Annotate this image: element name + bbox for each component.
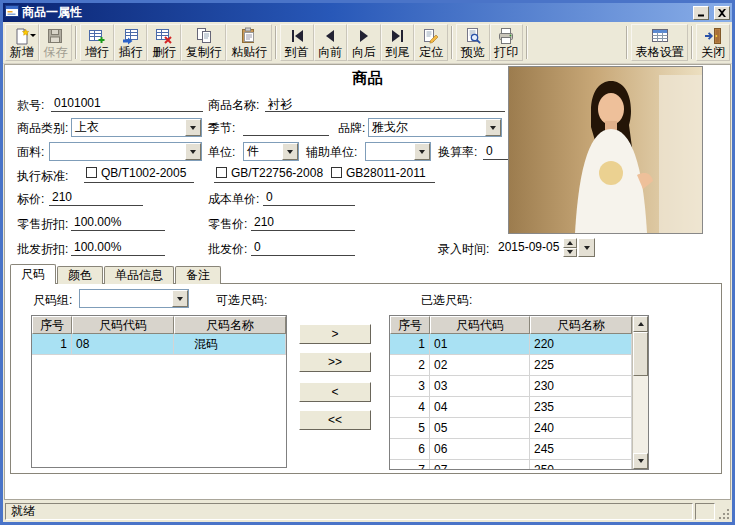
table-row[interactable]: 3 03 230 <box>390 376 648 397</box>
entry-time-label: 录入时间: <box>438 242 489 257</box>
next-button[interactable]: 向后 <box>347 24 381 61</box>
tab-size[interactable]: 尺码 <box>10 264 56 284</box>
toolbar-spacer <box>531 23 623 62</box>
chevron-down-icon[interactable] <box>414 143 430 160</box>
checkbox-icon <box>216 167 227 178</box>
product-name-field[interactable]: 衬衫 <box>265 94 505 112</box>
column-header-name[interactable]: 尺码名称 <box>530 316 632 334</box>
copy-row-icon <box>195 27 213 45</box>
brand-combo[interactable]: 雅戈尔 <box>368 118 502 137</box>
add-row-button[interactable]: 增行 <box>80 24 114 61</box>
toolbar-separator <box>451 26 453 59</box>
insert-row-button[interactable]: 插行 <box>114 24 148 61</box>
titlebar[interactable]: 商品一属性 <box>3 3 732 22</box>
aux-unit-combo[interactable] <box>365 142 431 161</box>
minimize-button[interactable] <box>693 6 709 20</box>
chevron-down-icon[interactable] <box>185 119 201 136</box>
style-no-field[interactable]: 0101001 <box>51 94 203 112</box>
chevron-down-icon[interactable] <box>485 119 501 136</box>
move-all-left-button[interactable]: << <box>299 410 371 430</box>
delete-row-button[interactable]: 删行 <box>147 24 181 61</box>
column-header-no[interactable]: 序号 <box>32 316 72 334</box>
new-button[interactable]: 新增 <box>5 24 39 61</box>
season-label: 季节: <box>208 121 235 136</box>
table-row[interactable]: 5 05 240 <box>390 418 648 439</box>
preview-button[interactable]: 预览 <box>456 24 490 61</box>
print-button[interactable]: 打印 <box>490 24 524 61</box>
copy-row-button[interactable]: 复制行 <box>181 24 226 61</box>
new-dropdown-arrow <box>30 34 36 40</box>
tab-color[interactable]: 颜色 <box>57 266 103 284</box>
wholesale-price-field[interactable]: 0 <box>251 238 355 256</box>
move-right-button[interactable]: > <box>299 324 371 344</box>
fabric-combo[interactable] <box>49 142 202 161</box>
standard-checkbox-gb28011[interactable]: GB28011-2011 <box>329 165 435 183</box>
form-panel: 商品 款号: 0101001 商品名称: 衬衫 商品类别: 上衣 季节: 品牌:… <box>4 64 731 500</box>
entry-time-dropdown[interactable] <box>578 238 595 257</box>
scrollbar[interactable] <box>632 316 648 469</box>
list-price-label: 标价: <box>17 192 44 207</box>
size-group-combo[interactable] <box>79 289 189 308</box>
status-cell <box>695 503 715 520</box>
save-button[interactable]: 保存 <box>39 24 73 61</box>
status-message: 就绪 <box>5 503 693 520</box>
table-row[interactable]: 2 02 225 <box>390 355 648 376</box>
retail-price-field[interactable]: 210 <box>251 213 355 231</box>
wholesale-discount-field[interactable]: 100.00% <box>71 238 165 256</box>
toolbar-separator <box>691 26 693 59</box>
move-left-button[interactable]: < <box>299 382 371 402</box>
statusbar: 就绪 <box>3 500 732 522</box>
list-price-field[interactable]: 210 <box>49 188 143 206</box>
brand-label: 品牌: <box>338 121 365 136</box>
locate-button[interactable]: 定位 <box>414 24 448 61</box>
table-row[interactable]: 1 01 220 <box>390 334 648 355</box>
move-all-right-button[interactable]: >> <box>299 352 371 372</box>
first-button[interactable]: 到首 <box>280 24 314 61</box>
table-settings-icon <box>651 27 669 45</box>
resize-grip[interactable] <box>717 503 730 520</box>
tab-item-info[interactable]: 单品信息 <box>104 266 174 284</box>
scrollbar-thumb[interactable] <box>633 332 648 376</box>
paste-row-button[interactable]: 粘贴行 <box>226 24 271 61</box>
category-label: 商品类别: <box>17 121 68 136</box>
entry-time-field[interactable]: 2015-09-05 <box>495 238 561 256</box>
scroll-down-icon[interactable] <box>633 453 648 469</box>
tab-remarks[interactable]: 备注 <box>175 266 221 284</box>
selected-sizes-label: 已选尺码: <box>421 293 472 308</box>
available-sizes-table: 序号 尺码代码 尺码名称 1 08 混码 <box>31 315 287 468</box>
toolbar: 新增 保存 增行 插行 删行 复制行 粘贴行 到首 <box>3 22 732 64</box>
scroll-up-icon[interactable] <box>633 316 648 332</box>
column-header-code[interactable]: 尺码代码 <box>430 316 530 334</box>
column-header-code[interactable]: 尺码代码 <box>72 316 174 334</box>
insert-row-icon <box>122 27 140 45</box>
last-button[interactable]: 到尾 <box>381 24 415 61</box>
table-row[interactable]: 4 04 235 <box>390 397 648 418</box>
checkbox-icon <box>331 167 342 178</box>
wholesale-price-label: 批发价: <box>208 242 247 257</box>
close-button[interactable] <box>714 6 730 20</box>
column-header-no[interactable]: 序号 <box>390 316 430 334</box>
column-header-name[interactable]: 尺码名称 <box>174 316 286 334</box>
entry-time-spinner[interactable] <box>563 238 577 257</box>
table-row[interactable]: 1 08 混码 <box>32 334 286 355</box>
chevron-down-icon[interactable] <box>185 143 201 160</box>
spinner-up-icon[interactable] <box>563 238 577 248</box>
size-tab-panel: 尺码组: 可选尺码: 已选尺码: 序号 尺码代码 尺码名称 1 08 混码 <box>10 283 722 474</box>
chevron-down-icon[interactable] <box>172 290 188 307</box>
close-form-button[interactable]: 关闭 <box>696 24 730 61</box>
standard-checkbox-qb-t1002[interactable]: QB/T1002-2005 <box>84 165 194 183</box>
prev-button[interactable]: 向前 <box>314 24 348 61</box>
table-settings-button[interactable]: 表格设置 <box>631 24 688 61</box>
delete-row-icon <box>155 27 173 45</box>
chevron-down-icon[interactable] <box>282 143 298 160</box>
category-combo[interactable]: 上衣 <box>71 118 202 137</box>
spinner-down-icon[interactable] <box>563 248 577 258</box>
table-row[interactable]: 7 07 250 <box>390 460 648 470</box>
season-field[interactable] <box>243 118 329 136</box>
unit-combo[interactable]: 件 <box>243 142 299 161</box>
table-row[interactable]: 6 06 245 <box>390 439 648 460</box>
standard-checkbox-gb-t22756[interactable]: GB/T22756-2008 <box>214 165 330 183</box>
cost-price-field[interactable]: 0 <box>263 188 355 206</box>
retail-discount-field[interactable]: 100.00% <box>71 213 165 231</box>
available-sizes-label: 可选尺码: <box>216 293 267 308</box>
